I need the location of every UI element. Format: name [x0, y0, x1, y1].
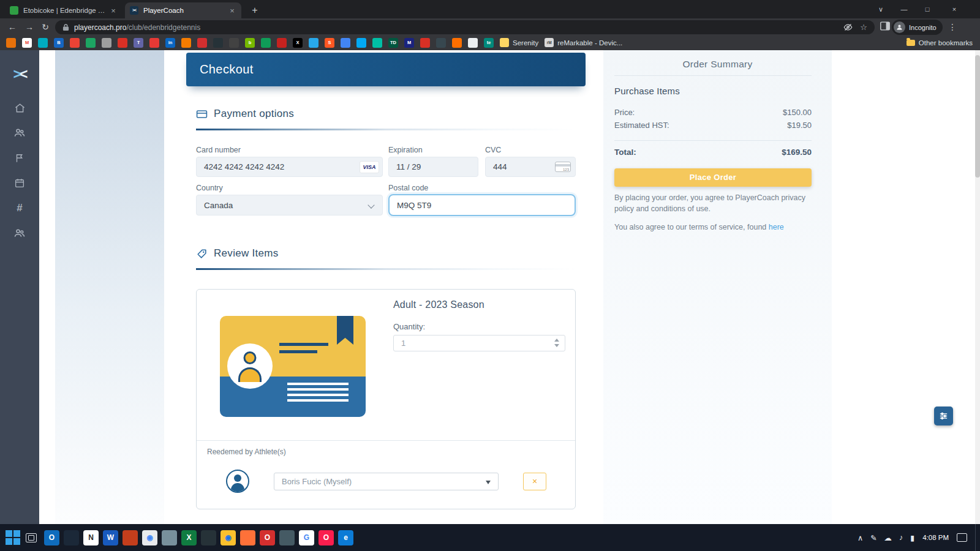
- bookmark-favicon[interactable]: [86, 38, 96, 48]
- bookmark-favicon[interactable]: S: [325, 38, 334, 48]
- bookmark-favicon[interactable]: [309, 38, 318, 48]
- stepper-arrows[interactable]: [554, 339, 560, 348]
- calendar-icon[interactable]: [13, 177, 26, 189]
- bookmark-remarkable[interactable]: rM reMarkable - Devic...: [545, 38, 622, 47]
- app-icon-outlook[interactable]: O: [44, 530, 59, 545]
- bookmark-favicon[interactable]: in: [165, 38, 175, 48]
- bookmark-favicon[interactable]: b: [245, 38, 255, 48]
- country-select[interactable]: Canada: [196, 195, 383, 216]
- bookmark-favicon[interactable]: [261, 38, 271, 48]
- other-bookmarks-button[interactable]: Other bookmarks: [907, 35, 973, 50]
- browser-tab-playercoach[interactable]: >< PlayerCoach ×: [125, 2, 241, 18]
- app-icon-onenote[interactable]: N: [83, 530, 99, 545]
- bookmark-favicon[interactable]: [102, 38, 111, 48]
- terms-here-link[interactable]: here: [769, 223, 784, 231]
- forward-button[interactable]: →: [22, 20, 37, 34]
- stepper-down-icon[interactable]: [554, 344, 559, 347]
- bookmark-favicon[interactable]: [197, 38, 207, 48]
- app-icon-excel[interactable]: X: [181, 530, 197, 545]
- bookmark-favicon[interactable]: te: [484, 38, 494, 48]
- bookmark-favicon[interactable]: [420, 38, 430, 48]
- tab-search-icon[interactable]: ∨: [870, 0, 892, 18]
- bookmark-favicon[interactable]: [70, 38, 80, 48]
- bookmark-favicon[interactable]: [6, 38, 16, 48]
- address-bar[interactable]: playercoach.pro/club/edenbridgetennis ☆: [55, 20, 875, 34]
- eye-blocked-icon[interactable]: [843, 23, 853, 32]
- bookmark-favicon[interactable]: [118, 38, 127, 48]
- app-icon-chrome[interactable]: ◉: [221, 530, 236, 545]
- tab-close-icon[interactable]: ×: [109, 6, 118, 15]
- taskbar-clock[interactable]: 4:08 PM: [922, 534, 949, 541]
- side-panel-icon[interactable]: [880, 21, 890, 33]
- bookmark-favicon[interactable]: [372, 38, 382, 48]
- browser-menu-icon[interactable]: ⋮: [948, 20, 957, 34]
- athlete-select[interactable]: Boris Fucic (Myself): [274, 473, 499, 490]
- support-widget-button[interactable]: [934, 407, 953, 425]
- tray-expand-icon[interactable]: ∧: [858, 533, 863, 542]
- bookmark-favicon[interactable]: TD: [388, 38, 398, 48]
- bookmark-favicon[interactable]: M: [404, 38, 414, 48]
- flag-icon[interactable]: [13, 152, 26, 164]
- bookmark-favicon[interactable]: [213, 38, 223, 48]
- start-button[interactable]: [5, 530, 21, 545]
- app-icon[interactable]: [162, 530, 177, 545]
- app-icon[interactable]: [123, 530, 138, 545]
- home-icon[interactable]: [13, 102, 26, 114]
- app-icon[interactable]: [201, 530, 216, 545]
- postal-code-input[interactable]: [388, 194, 576, 216]
- bookmark-favicon[interactable]: [468, 38, 478, 48]
- back-button[interactable]: ←: [5, 20, 20, 34]
- app-icon-firefox[interactable]: [240, 530, 255, 545]
- bookmark-serenity[interactable]: Serenity: [500, 38, 538, 47]
- reload-button[interactable]: ↻: [38, 20, 53, 34]
- bookmark-favicon[interactable]: [38, 38, 48, 48]
- app-icon-opera[interactable]: O: [318, 530, 334, 545]
- tray-cloud-icon[interactable]: ☁: [884, 533, 892, 542]
- tray-battery-icon[interactable]: ▮: [910, 533, 914, 542]
- task-view-button[interactable]: [26, 533, 37, 542]
- quantity-stepper[interactable]: [393, 335, 565, 351]
- coaches-icon[interactable]: [13, 227, 26, 239]
- show-desktop-button[interactable]: [975, 524, 978, 551]
- bookmark-favicon[interactable]: [341, 38, 350, 48]
- place-order-button[interactable]: Place Order: [614, 168, 812, 187]
- notification-center-icon[interactable]: [957, 533, 967, 542]
- app-icon-edge[interactable]: e: [338, 530, 353, 545]
- app-icon[interactable]: [64, 530, 79, 545]
- bookmark-favicon[interactable]: [452, 38, 462, 48]
- stepper-up-icon[interactable]: [554, 339, 559, 342]
- new-tab-button[interactable]: +: [249, 4, 261, 17]
- incognito-profile-chip[interactable]: Incognito: [892, 20, 943, 35]
- bookmark-star-icon[interactable]: ☆: [860, 23, 867, 32]
- app-icon-word[interactable]: W: [103, 530, 118, 545]
- playercoach-logo[interactable]: ><: [0, 66, 39, 83]
- hash-icon[interactable]: #: [13, 202, 26, 214]
- bookmark-favicon[interactable]: M: [22, 38, 32, 48]
- tab-close-icon[interactable]: ×: [228, 6, 236, 15]
- bookmark-favicon[interactable]: [356, 38, 366, 48]
- tray-pen-icon[interactable]: ✎: [870, 533, 876, 542]
- bookmark-favicon[interactable]: B: [54, 38, 64, 48]
- bookmark-favicon[interactable]: [436, 38, 446, 48]
- bookmark-favicon[interactable]: [277, 38, 287, 48]
- bookmark-favicon[interactable]: T: [134, 38, 143, 48]
- card-number-input[interactable]: [196, 157, 383, 177]
- app-icon-google[interactable]: G: [299, 530, 314, 545]
- bookmark-favicon[interactable]: [149, 38, 159, 48]
- app-icon-chrome[interactable]: ◉: [142, 530, 157, 545]
- browser-tab-etobicoke[interactable]: Etobicoke | Edenbridge Tennis Cl ×: [5, 2, 123, 18]
- expiration-input[interactable]: [388, 157, 478, 177]
- order-summary-title: Order Summary: [603, 59, 832, 70]
- members-icon[interactable]: [13, 127, 26, 139]
- app-icon[interactable]: O: [260, 530, 275, 545]
- page-scrollbar-thumb[interactable]: [975, 55, 980, 178]
- bookmark-favicon[interactable]: X: [293, 38, 303, 48]
- bookmark-favicon[interactable]: [229, 38, 239, 48]
- remove-athlete-button[interactable]: ×: [523, 473, 546, 490]
- window-close-button[interactable]: ×: [943, 0, 965, 18]
- tray-volume-icon[interactable]: ♪: [899, 533, 903, 542]
- window-minimize-button[interactable]: —: [893, 0, 915, 18]
- bookmark-favicon[interactable]: [181, 38, 191, 48]
- window-maximize-button[interactable]: □: [916, 0, 938, 18]
- app-icon[interactable]: [279, 530, 295, 545]
